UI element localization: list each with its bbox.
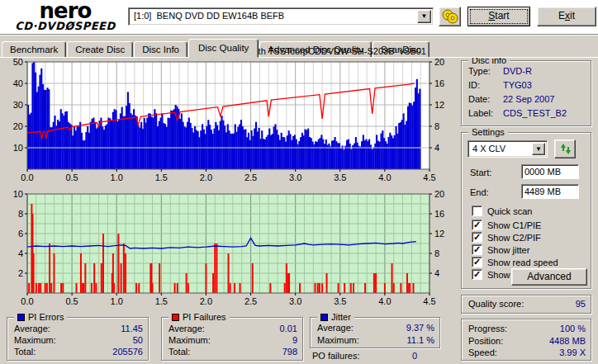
pi-errors-legend: PI Errors — [14, 312, 67, 322]
svg-text:0.5: 0.5 — [65, 296, 78, 306]
pi-failures-jitter-chart: 246810481216200.00.51.01.52.02.53.03.54.… — [0, 187, 453, 309]
svg-text:3.5: 3.5 — [334, 173, 346, 182]
pi-errors-stats-box: PI Errors Average:11.45 Maximum:50 Total… — [7, 317, 149, 361]
checkbox-icon[interactable]: ✓ — [472, 269, 482, 280]
drive-select-arrow[interactable]: ▼ — [417, 10, 431, 23]
svg-text:40: 40 — [13, 78, 23, 88]
header-divider — [0, 34, 598, 35]
svg-text:0.0: 0.0 — [21, 173, 33, 182]
settings-legend: Settings — [468, 127, 508, 137]
discs-icon — [441, 9, 459, 24]
checkbox-icon[interactable]: ✓ — [472, 244, 482, 255]
svg-text:20: 20 — [434, 58, 444, 67]
nero-logo-text: nero — [12, 1, 119, 21]
position-value: 4488 MB — [549, 336, 586, 346]
svg-text:1.0: 1.0 — [111, 173, 123, 182]
advanced-button[interactable]: Advanced — [511, 268, 587, 286]
svg-text:10: 10 — [13, 189, 23, 199]
svg-text:6: 6 — [18, 229, 23, 239]
pi-errors-swatch-icon — [17, 314, 25, 321]
pie-total-label: Total: — [14, 347, 36, 357]
svg-text:8: 8 — [434, 248, 439, 258]
svg-text:1.5: 1.5 — [155, 296, 168, 306]
quality-score-box: Quality score: 95 — [461, 295, 591, 314]
svg-text:1.5: 1.5 — [155, 173, 168, 182]
svg-text:0.5: 0.5 — [65, 173, 78, 182]
jitter-legend: Jitter — [317, 312, 354, 322]
refresh-speeds-button[interactable] — [554, 139, 576, 158]
svg-text:8: 8 — [434, 121, 439, 131]
quality-score-label: Quality score: — [468, 299, 524, 309]
scan-speed-arrow[interactable]: ▼ — [532, 143, 545, 155]
svg-text:3.0: 3.0 — [289, 296, 301, 306]
pie-average-value: 11.45 — [121, 324, 143, 333]
svg-text:16: 16 — [434, 209, 444, 219]
svg-text:2.5: 2.5 — [244, 173, 257, 182]
start-position-input[interactable] — [521, 164, 579, 179]
checkbox-show-read-speed[interactable]: ✓ Show read speed — [472, 257, 558, 267]
svg-text:16: 16 — [434, 78, 444, 88]
pi-failures-stats-box: PI Failures Average:0.01 Maximum:9 Total… — [161, 317, 303, 361]
checkbox-show-c1-pie[interactable]: ✓ Show C1/PIE — [472, 220, 541, 230]
pi-failures-legend: PI Failures — [168, 312, 230, 322]
disc-date-label: Date: — [468, 94, 503, 104]
exit-button[interactable]: Exit — [537, 7, 596, 26]
pif-total-value: 798 — [282, 347, 297, 357]
position-label: Position: — [468, 336, 503, 346]
progress-value: 100 % — [560, 324, 586, 333]
discs-toolbar-button[interactable] — [439, 7, 461, 26]
svg-text:4: 4 — [434, 268, 439, 278]
disc-id-value: TYG03 — [503, 80, 586, 90]
pif-average-value: 0.01 — [280, 324, 297, 333]
drive-select-value: [1:0] BENQ DVD DD EW164B BEFB — [134, 11, 284, 21]
progress-box: Progress:100 % Position:4488 MB Speed:3.… — [461, 319, 591, 361]
checkbox-icon[interactable]: ✓ — [472, 220, 482, 230]
pif-total-label: Total: — [168, 347, 190, 357]
svg-text:12: 12 — [434, 100, 444, 110]
start-button[interactable]: Start — [467, 7, 530, 26]
scan-speed-select[interactable]: 4 X CLV ▼ — [467, 140, 548, 158]
checkbox-icon[interactable]: ✓ — [472, 257, 482, 267]
svg-text:30: 30 — [13, 100, 23, 110]
svg-text:2.5: 2.5 — [244, 296, 257, 306]
svg-text:4.0: 4.0 — [378, 173, 391, 182]
checkbox-label: Show C2/PIF — [487, 233, 541, 243]
checkbox-show-jitter[interactable]: ✓ Show jitter — [472, 244, 529, 255]
header-bar: nero CD·DVDØSPEED [1:0] BENQ DVD DD EW16… — [0, 0, 598, 34]
speed-value: 3.99 X — [559, 347, 586, 357]
refresh-arrows-icon — [559, 143, 571, 155]
svg-text:1.0: 1.0 — [111, 296, 123, 306]
checkbox-label: Show jitter — [487, 245, 529, 255]
po-failures-label: PO failures: — [312, 351, 359, 361]
pie-maximum-value: 50 — [133, 335, 143, 345]
svg-text:3.0: 3.0 — [289, 173, 301, 182]
jitter-maximum-value: 11.1 % — [407, 335, 434, 345]
jitter-maximum-label: Maximum: — [317, 335, 359, 345]
svg-text:2: 2 — [18, 268, 23, 278]
checkbox-label: Show C1/PIE — [487, 220, 541, 230]
disc-id-label: ID: — [468, 80, 503, 90]
pif-average-label: Average: — [168, 324, 205, 333]
drive-select[interactable]: [1:0] BENQ DVD DD EW164B BEFB ▼ — [128, 7, 434, 26]
checkbox-show-c2-pif[interactable]: ✓ Show C2/PIF — [472, 232, 541, 243]
svg-text:12: 12 — [434, 229, 444, 239]
chevron-down-icon: ▼ — [535, 145, 542, 153]
svg-text:10: 10 — [13, 143, 23, 153]
pif-maximum-value: 9 — [292, 335, 297, 345]
jitter-average-label: Average: — [317, 323, 354, 333]
pie-total-value: 205576 — [112, 347, 143, 357]
svg-text:4.5: 4.5 — [423, 296, 435, 306]
checkbox-quick-scan[interactable]: Quick scan — [472, 206, 532, 216]
svg-text:20: 20 — [434, 189, 444, 199]
checkbox-icon[interactable]: ✓ — [472, 232, 482, 243]
tab-disc-quality[interactable]: Disc Quality — [188, 39, 259, 58]
nero-logo: nero CD·DVDØSPEED — [12, 1, 119, 31]
pif-maximum-label: Maximum: — [168, 335, 211, 345]
checkbox-icon[interactable] — [472, 206, 482, 216]
disc-label-value: CDS_TEST_B2 — [503, 108, 586, 118]
quality-score-value: 95 — [576, 299, 586, 309]
checkbox-label: Quick scan — [487, 206, 532, 216]
pie-average-label: Average: — [14, 324, 50, 333]
speed-label: Speed: — [468, 347, 497, 357]
end-position-input[interactable] — [521, 184, 579, 199]
